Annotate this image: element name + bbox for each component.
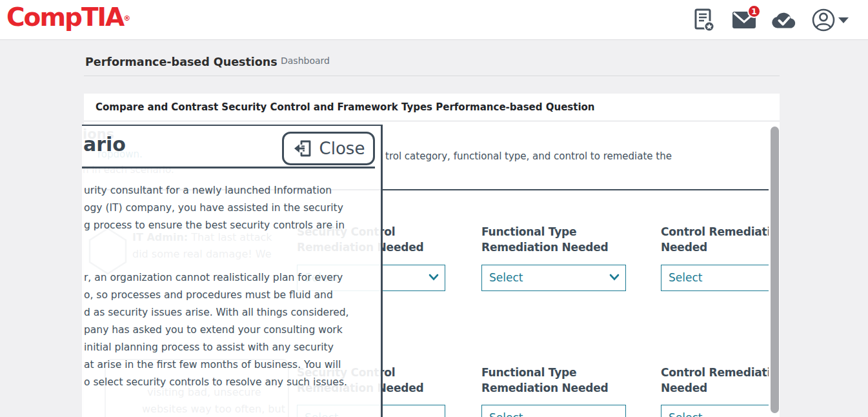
unread-count-badge: 1	[747, 5, 761, 18]
messages-button[interactable]: 1	[731, 7, 757, 33]
scenario-text-line: urity consultant for a newly launched In…	[84, 182, 349, 199]
scenario-modal: ario Close urity consultant for a newly …	[82, 125, 383, 417]
cloud-check-icon	[771, 10, 797, 30]
modal-body: urity consultant for a newly launched In…	[84, 182, 349, 391]
select-value: Select	[669, 405, 702, 417]
col2-header-line1: Functional Type	[481, 365, 636, 380]
col2-header-line1: Functional Type	[481, 224, 636, 239]
app-header: CompTIA® 1	[0, 0, 868, 40]
logo-text: CompTIA	[6, 3, 123, 32]
scenario-text-line: o select security controls to resolve an…	[84, 374, 349, 391]
select-value: Select	[489, 405, 523, 417]
account-menu[interactable]	[811, 8, 849, 32]
col2-header-line2: Remediation Needed	[481, 380, 636, 396]
col2-row1: Functional TypeRemediation Needed	[481, 224, 636, 255]
question-title: Compare and Contrast Security Control an…	[84, 94, 780, 121]
cloud-sync-button[interactable]	[771, 7, 797, 33]
control-remediation-select-2[interactable]: Select	[661, 405, 769, 417]
registered-mark: ®	[123, 14, 130, 23]
col3-header-line2: Needed	[661, 380, 769, 396]
scenario-text-line: g process to ensure the best security co…	[84, 217, 349, 234]
chevron-down-icon	[838, 17, 849, 23]
scenario-text-line: o, so processes and procedures must be f…	[84, 287, 349, 304]
exit-icon	[292, 138, 313, 159]
avatar-icon	[811, 8, 836, 32]
col3-row1: Control RemediationNeeded	[661, 224, 769, 255]
instruction-text: trol category, functional type, and cont…	[385, 150, 672, 162]
close-button[interactable]: Close	[282, 132, 375, 165]
vertical-scrollbar-thumb[interactable]	[771, 127, 779, 413]
page-title: Performance-based Questions	[85, 56, 278, 68]
scenario-text-line: d as security issues arise. With all thi…	[84, 304, 349, 321]
col3-header-line1: Control Remediation	[661, 365, 769, 380]
functional-type-select-1[interactable]: Select	[481, 265, 626, 291]
modal-header-divider	[82, 167, 375, 168]
assignment-button[interactable]	[691, 7, 717, 33]
col2-row2: Functional TypeRemediation Needed	[481, 365, 636, 396]
scenario-text-line: pany has asked you to extend your consul…	[84, 321, 349, 339]
select-value: Select	[669, 265, 702, 290]
comptia-logo: CompTIA®	[6, 3, 130, 32]
scenario-text-line: ogy (IT) company, you have assisted in t…	[84, 199, 349, 217]
chevron-down-icon	[609, 274, 620, 281]
scenario-text-line: r, an organization cannot realistically …	[84, 269, 349, 287]
col3-row2: Control RemediationNeeded	[661, 365, 769, 396]
page: CompTIA® 1	[0, 0, 868, 417]
dashboard-link[interactable]: Dashboard	[281, 56, 330, 66]
scenario-text-line: at arise in the first few months of busi…	[84, 356, 349, 374]
col3-header-line2: Needed	[661, 239, 769, 255]
assignment-star-icon	[693, 8, 715, 32]
scenario-text-line: initial planning process to assist with …	[84, 339, 349, 356]
chevron-down-icon	[429, 274, 439, 281]
control-remediation-select-1[interactable]: Select	[661, 265, 769, 291]
close-label: Close	[319, 139, 365, 158]
col3-header-line1: Control Remediation	[661, 224, 769, 239]
col2-header-line2: Remediation Needed	[481, 239, 636, 255]
functional-type-select-2[interactable]: Select	[481, 405, 626, 417]
modal-title: ario	[83, 133, 126, 156]
breadcrumb-divider	[84, 76, 780, 76]
select-value: Select	[489, 265, 523, 290]
